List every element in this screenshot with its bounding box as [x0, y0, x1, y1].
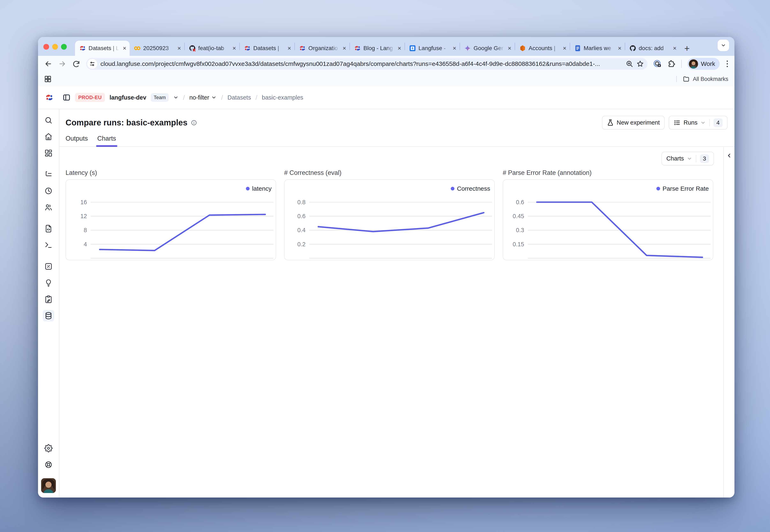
chart-canvas: 481216	[66, 180, 276, 260]
address-bar[interactable]: cloud.langfuse.com/project/cmfwgv8fx002o…	[86, 58, 648, 70]
tab-close-icon[interactable]: ×	[398, 45, 401, 51]
folder-icon	[683, 76, 690, 82]
close-window-button[interactable]	[43, 44, 49, 50]
app-header: PROD-EU langfuse-dev Team / no-filter / …	[38, 86, 734, 109]
sidebar-item-support[interactable]	[43, 459, 54, 470]
forward-icon[interactable]	[58, 60, 66, 68]
database-icon	[44, 312, 53, 320]
tab-close-icon[interactable]: ×	[232, 45, 236, 51]
sidebar-item-search[interactable]	[43, 115, 54, 126]
all-bookmarks-button[interactable]: All Bookmarks	[676, 76, 728, 82]
browser-tab[interactable]: docs: add ×	[625, 41, 680, 56]
svg-text:0.2: 0.2	[297, 241, 306, 248]
reload-icon[interactable]	[72, 60, 80, 68]
sidebar-item-evaluators[interactable]	[43, 261, 54, 272]
tab-close-icon[interactable]: ×	[563, 45, 566, 51]
browser-tab[interactable]: Datasets | ×	[240, 41, 294, 56]
svg-text:4: 4	[84, 241, 87, 248]
url-text[interactable]: cloud.langfuse.com/project/cmfwgv8fx002o…	[100, 60, 623, 67]
google-calendar-favicon-icon	[409, 45, 416, 52]
all-bookmarks-label: All Bookmarks	[693, 76, 728, 82]
clipboard-pen-icon	[44, 295, 53, 303]
charts-selector-button[interactable]: Charts 3	[662, 152, 714, 165]
browser-tab[interactable]: Blog - Lang ×	[350, 41, 405, 56]
tab-outputs[interactable]: Outputs	[65, 135, 88, 146]
sidebar-item-insights[interactable]	[43, 277, 54, 289]
svg-text:0.45: 0.45	[512, 213, 524, 219]
tab-title: Organizatio	[308, 45, 340, 52]
extensions-puzzle-icon[interactable]	[667, 60, 676, 68]
legend-label: latency	[252, 185, 272, 192]
user-avatar[interactable]	[41, 478, 56, 493]
organization-name[interactable]: langfuse-dev	[109, 94, 146, 101]
browser-tab[interactable]: 20250923 ×	[130, 41, 184, 56]
tab-title: Accounts |	[528, 45, 560, 52]
svg-text:0.3: 0.3	[516, 227, 524, 233]
tab-close-icon[interactable]: ×	[177, 45, 181, 51]
back-icon[interactable]	[44, 60, 52, 68]
svg-text:0.15: 0.15	[512, 241, 524, 248]
bookmarks-divider	[676, 76, 677, 82]
charts-count-badge: 3	[700, 154, 709, 163]
zoom-page-icon[interactable]	[626, 60, 633, 68]
legend-dot-icon	[656, 187, 660, 190]
tab-charts[interactable]: Charts	[97, 135, 116, 146]
sidebar-toggle-icon[interactable]	[63, 94, 70, 101]
legend-dot-icon	[246, 187, 250, 190]
chart-legend: latency	[246, 185, 272, 192]
sidebar-item-settings[interactable]	[43, 443, 54, 454]
browser-tab[interactable]: Accounts | ×	[515, 41, 570, 56]
sidebar-item-prompts[interactable]	[43, 223, 54, 234]
chevron-down-icon[interactable]	[173, 95, 178, 100]
tab-close-icon[interactable]: ×	[508, 45, 511, 51]
tab-close-icon[interactable]: ×	[287, 45, 291, 51]
sidebar-item-dashboards[interactable]	[43, 147, 54, 159]
browser-tab[interactable]: Google Ger ×	[460, 41, 515, 56]
tab-close-icon[interactable]: ×	[453, 45, 456, 51]
langfuse-app: PROD-EU langfuse-dev Team / no-filter / …	[38, 86, 734, 498]
sidebar-item-playground[interactable]	[43, 239, 54, 251]
tune-icon	[89, 61, 95, 67]
site-settings-chip[interactable]	[87, 59, 97, 69]
clock-icon	[44, 187, 53, 195]
runs-selector-button[interactable]: Runs 4	[669, 116, 728, 130]
environment-badge: PROD-EU	[75, 93, 105, 102]
tab-title: Blog - Lang	[363, 45, 395, 52]
apps-grid-icon[interactable]	[44, 75, 52, 83]
sidebar-item-datasets[interactable]	[43, 310, 54, 321]
info-icon[interactable]	[191, 120, 197, 126]
users-icon	[44, 203, 53, 211]
project-selector[interactable]: no-filter	[189, 94, 217, 101]
new-experiment-button[interactable]: New experiment	[602, 116, 665, 130]
tab-title: feat(io-tab	[198, 45, 230, 52]
browser-tab[interactable]: feat(io-tab ×	[185, 41, 239, 56]
browser-tab[interactable]: Langfuse - ×	[405, 41, 460, 56]
browser-toolbar: cloud.langfuse.com/project/cmfwgv8fx002o…	[38, 56, 734, 72]
sidebar-item-annotation-queues[interactable]	[43, 294, 54, 305]
collapse-panel-chevron-icon[interactable]	[726, 152, 732, 159]
chart-card: 0.20.40.60.8 Correctness	[284, 179, 495, 260]
sidebar-item-sessions[interactable]	[43, 185, 54, 197]
breadcrumb-datasets-link[interactable]: Datasets	[228, 94, 251, 101]
tab-close-icon[interactable]: ×	[343, 45, 346, 51]
github-favicon-icon	[629, 45, 636, 52]
minimize-window-button[interactable]	[52, 44, 58, 50]
sidebar-item-users[interactable]	[43, 202, 54, 213]
bookmark-star-icon[interactable]	[637, 60, 644, 68]
tab-close-icon[interactable]: ×	[123, 45, 126, 51]
sidebar-item-tracing[interactable]	[43, 169, 54, 180]
password-manager-extension-icon[interactable]	[653, 60, 662, 68]
browser-tab[interactable]: Marlies we ×	[570, 41, 625, 56]
org-plan-badge: Team	[151, 93, 169, 102]
tab-search-button[interactable]	[718, 40, 729, 51]
sidebar-item-home[interactable]	[43, 131, 54, 142]
browser-tab-active[interactable]: Datasets | L ×	[75, 41, 130, 56]
tab-close-icon[interactable]: ×	[673, 45, 677, 51]
browser-menu-kebab-icon[interactable]	[725, 59, 729, 68]
zoom-window-button[interactable]	[61, 44, 67, 50]
browser-tab[interactable]: Organizatio ×	[295, 41, 349, 56]
new-tab-button[interactable]: +	[684, 44, 690, 53]
breadcrumb-current-item[interactable]: basic-examples	[262, 94, 303, 101]
browser-profile-chip[interactable]: Work	[687, 58, 720, 70]
tab-close-icon[interactable]: ×	[618, 45, 622, 51]
